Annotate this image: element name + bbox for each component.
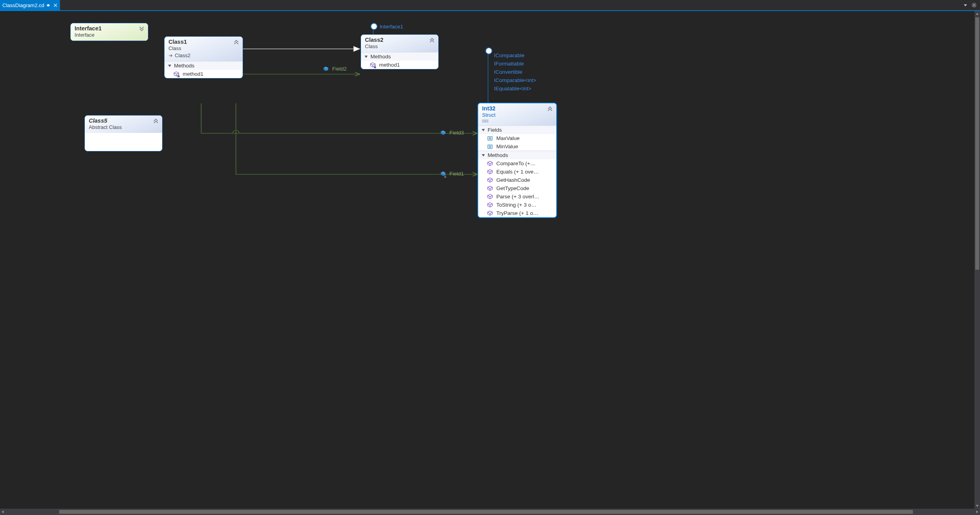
- diagram-canvas[interactable]: Field2 Field3 Field1 Interface1 ICompara…: [0, 11, 974, 509]
- close-icon[interactable]: [53, 3, 58, 7]
- caret-down-icon: [168, 64, 172, 68]
- section-header-methods[interactable]: Methods: [478, 151, 556, 159]
- member-label: Parse (+ 3 overl…: [496, 194, 539, 200]
- member-row[interactable]: method1: [361, 61, 438, 69]
- member-row[interactable]: MaxValue: [478, 134, 556, 142]
- node-header[interactable]: Int32 Struct: [478, 103, 556, 125]
- iface-label: IConvertible: [494, 68, 536, 76]
- iface-label: IComparable: [494, 51, 536, 60]
- member-row[interactable]: method1: [165, 70, 243, 78]
- member-row[interactable]: ToString (+ 3 o…: [478, 201, 556, 209]
- section-header-fields[interactable]: Fields: [478, 125, 556, 134]
- node-header[interactable]: Class1 Class Class2: [165, 37, 243, 61]
- node-interface1[interactable]: Interface1 Interface: [70, 23, 148, 41]
- node-title: Class1: [168, 38, 239, 45]
- node-class2[interactable]: Class2 Class Methods: [361, 34, 439, 69]
- member-row[interactable]: Parse (+ 3 overl…: [478, 192, 556, 201]
- tabbar-right-controls: [963, 0, 980, 10]
- field-badge-field1: [440, 171, 446, 177]
- scroll-right-button[interactable]: [974, 509, 980, 515]
- iface-label: IEquatable<int>: [494, 84, 536, 93]
- member-row[interactable]: GetHashCode: [478, 176, 556, 184]
- node-subtitle: Struct: [482, 112, 552, 118]
- node-int32[interactable]: Int32 Struct Fields: [477, 103, 557, 218]
- gear-icon[interactable]: [971, 2, 977, 8]
- app-root: ClassDiagram2.cd: [0, 0, 980, 515]
- method-icon: [487, 177, 493, 183]
- member-label: MaxValue: [496, 135, 520, 141]
- tab-bar: ClassDiagram2.cd: [0, 0, 980, 11]
- node-title: Class5: [89, 117, 158, 124]
- caret-down-icon: [364, 55, 368, 59]
- node-subtitle: Abstract Class: [89, 124, 158, 131]
- method-icon: [487, 202, 493, 208]
- member-label: GetTypeCode: [496, 185, 529, 191]
- member-row[interactable]: GetTypeCode: [478, 184, 556, 192]
- edge-label-field2: Field2: [332, 66, 347, 72]
- node-class5[interactable]: Class5 Abstract Class: [84, 115, 163, 151]
- node-body: Methods method1: [361, 52, 438, 69]
- constant-icon: [487, 144, 493, 149]
- node-body: Fields MaxValue MinValue Methods: [478, 125, 556, 217]
- node-subtitle: Interface: [75, 32, 144, 38]
- arrow-right-icon: [168, 53, 173, 58]
- vertical-scrollbar[interactable]: [974, 11, 980, 509]
- window-dropdown-icon[interactable]: [963, 3, 967, 7]
- member-label: method1: [379, 62, 400, 68]
- caret-down-icon: [481, 128, 485, 132]
- node-subtitle: Class: [365, 43, 434, 50]
- node-title: Int32: [482, 105, 552, 112]
- horizontal-scrollbar-thumb[interactable]: [59, 510, 913, 514]
- node-struct-icon-row: [482, 119, 552, 123]
- scroll-down-button[interactable]: [974, 503, 980, 509]
- lollipop-int32-interfaces[interactable]: [485, 47, 492, 54]
- method-icon: [173, 71, 180, 77]
- constant-icon: [487, 136, 493, 141]
- section-header-methods[interactable]: Methods: [165, 61, 243, 70]
- connectors-layer: [0, 11, 974, 509]
- edge-label-field3: Field3: [449, 130, 464, 136]
- node-baseclass-row: Class2: [168, 52, 239, 59]
- chevron-up-icon[interactable]: [153, 118, 159, 124]
- section-label: Methods: [488, 152, 508, 158]
- member-label: Equals (+ 1 ove…: [496, 169, 539, 175]
- chevron-up-icon[interactable]: [233, 39, 239, 45]
- node-body: Methods method1: [165, 61, 243, 78]
- member-row[interactable]: TryParse (+ 1 o…: [478, 209, 556, 217]
- tab-label: ClassDiagram2.cd: [2, 2, 44, 8]
- scroll-left-button[interactable]: [0, 509, 6, 515]
- iface-label: IComparable<int>: [494, 76, 536, 84]
- field-badge-field2: [323, 66, 329, 73]
- iface-list-int32: IComparable IFormattable IConvertible IC…: [494, 51, 536, 93]
- member-row[interactable]: Equals (+ 1 ove…: [478, 168, 556, 176]
- node-header[interactable]: Class5 Abstract Class: [85, 116, 162, 133]
- chevron-up-icon[interactable]: [429, 37, 435, 43]
- caret-down-icon: [481, 153, 485, 157]
- method-icon: [487, 211, 493, 216]
- member-row[interactable]: CompareTo (+…: [478, 159, 556, 168]
- scroll-up-button[interactable]: [974, 11, 980, 17]
- node-header[interactable]: Class2 Class: [361, 35, 438, 52]
- section-header-methods[interactable]: Methods: [361, 52, 438, 61]
- section-label: Methods: [370, 54, 391, 60]
- member-label: MinValue: [496, 144, 518, 149]
- member-label: GetHashCode: [496, 177, 530, 183]
- pin-icon[interactable]: [47, 3, 51, 7]
- method-icon: [487, 169, 493, 175]
- member-row[interactable]: MinValue: [478, 142, 556, 151]
- chevron-up-icon[interactable]: [547, 106, 553, 112]
- chevron-down-icon[interactable]: [138, 26, 145, 32]
- vertical-scrollbar-thumb[interactable]: [975, 17, 979, 270]
- member-label: ToString (+ 3 o…: [496, 202, 537, 208]
- node-class1[interactable]: Class1 Class Class2 Methods: [164, 36, 243, 78]
- method-icon: [487, 186, 493, 191]
- node-body-empty: [85, 133, 162, 151]
- field-badge-field3: [440, 130, 446, 136]
- edge-label-field1: Field1: [449, 171, 464, 177]
- horizontal-scrollbar[interactable]: [0, 509, 980, 515]
- node-header[interactable]: Interface1 Interface: [71, 23, 148, 41]
- lollipop-interface1[interactable]: [370, 23, 378, 30]
- tab-classdiagram[interactable]: ClassDiagram2.cd: [0, 0, 60, 10]
- node-title: Class2: [365, 36, 434, 43]
- node-baseclass: Class2: [175, 52, 191, 59]
